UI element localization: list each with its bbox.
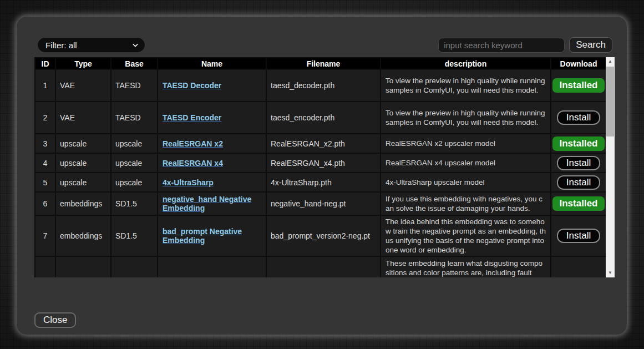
scrollbar-up-icon[interactable]: ▲ — [606, 57, 615, 66]
search-button[interactable]: Search — [569, 37, 612, 53]
header-id: ID — [35, 58, 55, 69]
cell-base: SD1.5 — [111, 215, 158, 256]
cell-type: VAE — [55, 69, 111, 102]
install-button[interactable]: Install — [557, 110, 600, 125]
model-name-link[interactable]: TAESD Encoder — [163, 113, 221, 122]
cell-type: upscale — [55, 173, 111, 192]
cell-description: 4x-UltraSharp upscaler model — [381, 173, 551, 192]
model-name-link[interactable]: negative_hand Negative Embedding — [163, 195, 251, 213]
table-header-row: ID Type Base Name Filename description D… — [35, 58, 606, 69]
table-row: 5 upscale upscale 4x-UltraSharp 4x-Ultra… — [35, 173, 606, 192]
cell-filename: negative_hand-neg.pt — [266, 192, 381, 215]
cell-id: 5 — [35, 173, 55, 192]
cell-base: upscale — [111, 173, 158, 192]
cell-base: upscale — [111, 134, 158, 153]
header-filename: Filename — [266, 58, 381, 69]
header-download: Download — [551, 58, 606, 69]
close-button[interactable]: Close — [34, 312, 76, 328]
cell-type: embeddings — [55, 215, 111, 256]
cell-base: TAESD — [111, 102, 158, 134]
toolbar: Filter: all Search — [38, 37, 612, 53]
cell-base: upscale — [111, 153, 158, 173]
install-button[interactable]: Install — [557, 156, 600, 170]
search-input[interactable] — [438, 38, 565, 53]
table-row: 4 upscale upscale RealESRGAN x4 RealESRG… — [35, 153, 606, 173]
model-table-zone: ID Type Base Name Filename description D… — [34, 57, 615, 277]
table-row: 2 VAE TAESD TAESD Encoder taesd_encoder.… — [35, 102, 606, 134]
table-row: 7 embeddings SD1.5 bad_prompt Negative E… — [35, 215, 606, 256]
table-row: 6 embeddings SD1.5 negative_hand Negativ… — [35, 192, 606, 215]
scrollbar-thumb[interactable] — [606, 67, 614, 136]
cell-filename: taesd_decoder.pth — [266, 69, 381, 102]
model-name-link[interactable]: 4x-UltraSharp — [163, 178, 214, 187]
scrollbar-down-icon[interactable]: ▼ — [606, 269, 615, 277]
header-description: description — [381, 58, 551, 69]
cell-type: VAE — [55, 102, 111, 134]
cell-filename: RealESRGAN_x2.pth — [266, 134, 381, 153]
cell-description: To view the preview in high quality whil… — [381, 69, 551, 102]
header-type: Type — [55, 58, 111, 69]
cell-description: These embedding learn what disgusting co… — [381, 256, 551, 277]
model-name-link[interactable]: TAESD Decoder — [163, 81, 221, 90]
cell-base: TAESD — [111, 69, 158, 102]
cell-base — [111, 256, 158, 277]
cell-filename: 4x-UltraSharp.pth — [266, 173, 381, 192]
cell-id: 4 — [35, 153, 55, 173]
cell-description: To view the preview in high quality whil… — [381, 102, 551, 134]
cell-type: embeddings — [55, 192, 111, 215]
cell-description: RealESRGAN x2 upscaler model — [381, 134, 551, 153]
installed-button[interactable]: Installed — [552, 78, 605, 93]
table-row: 3 upscale upscale RealESRGAN x2 RealESRG… — [35, 134, 606, 153]
cell-description: If you use this embedding with negatives… — [381, 192, 551, 215]
model-name-link[interactable]: RealESRGAN x4 — [163, 159, 223, 168]
cell-base: SD1.5 — [111, 192, 158, 215]
table-scrollbar[interactable]: ▲ ▼ — [606, 57, 615, 277]
cell-id: 3 — [35, 134, 55, 153]
install-button[interactable]: Install — [557, 229, 600, 243]
cell-type — [55, 256, 111, 277]
cell-name — [158, 256, 266, 277]
cell-id: 7 — [35, 215, 55, 256]
cell-id: 1 — [35, 69, 55, 102]
model-name-link[interactable]: RealESRGAN x2 — [163, 139, 223, 148]
table-row-clipped: These embedding learn what disgusting co… — [35, 256, 606, 277]
model-table-viewport: ID Type Base Name Filename description D… — [34, 57, 606, 277]
cell-filename — [266, 256, 381, 277]
cell-id — [35, 256, 55, 277]
filter-dropdown[interactable]: Filter: all — [38, 38, 145, 52]
filter-dropdown-wrap: Filter: all — [38, 38, 145, 52]
installed-button[interactable]: Installed — [552, 196, 605, 211]
cell-id: 6 — [35, 192, 55, 215]
cell-filename: RealESRGAN_x4.pth — [266, 153, 381, 173]
cell-filename: taesd_encoder.pth — [266, 102, 381, 134]
install-button[interactable]: Install — [557, 175, 600, 190]
cell-download — [551, 256, 606, 277]
cell-description: The idea behind this embedding was to so… — [381, 215, 551, 256]
cell-description: RealESRGAN x4 upscaler model — [381, 153, 551, 173]
model-table: ID Type Base Name Filename description D… — [34, 57, 606, 277]
installed-button[interactable]: Installed — [552, 136, 605, 151]
header-name: Name — [158, 58, 266, 69]
cell-id: 2 — [35, 102, 55, 134]
cell-filename: bad_prompt_version2-neg.pt — [266, 215, 381, 256]
model-name-link[interactable]: bad_prompt Negative Embedding — [163, 227, 242, 245]
table-row: 1 VAE TAESD TAESD Decoder taesd_decoder.… — [35, 69, 606, 102]
cell-type: upscale — [55, 153, 111, 173]
header-base: Base — [111, 58, 158, 69]
model-manager-dialog: Filter: all Search ID Type Base Name — [17, 17, 627, 335]
cell-type: upscale — [55, 134, 111, 153]
